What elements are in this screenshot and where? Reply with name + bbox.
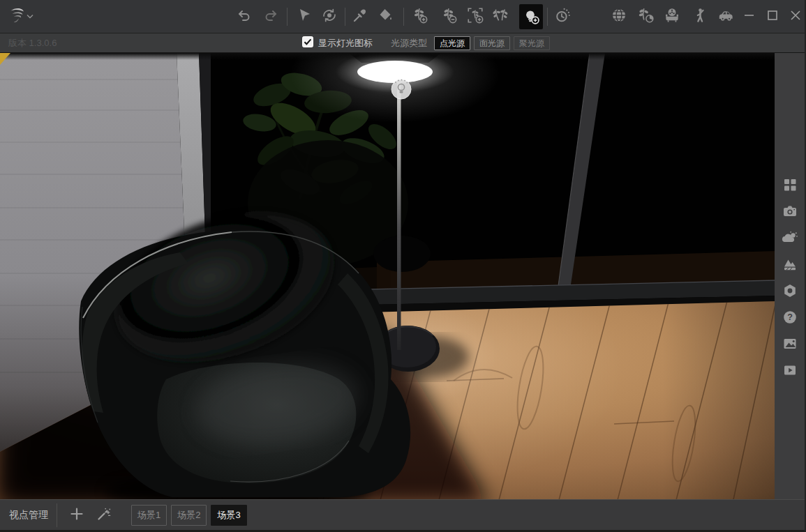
plant-add-tool-button[interactable]: [410, 6, 428, 27]
select-tool-button[interactable]: [296, 7, 313, 26]
toolbar-separator: [345, 8, 345, 26]
sun-time-tool-button[interactable]: [553, 6, 572, 27]
titlebar: [0, 0, 805, 33]
plant-brush-tool-button[interactable]: [491, 6, 509, 27]
light-add-tool-button-active[interactable]: [519, 4, 543, 29]
plant-remove-tool-button[interactable]: [440, 6, 458, 27]
terrain-button[interactable]: [782, 257, 798, 272]
globe-tool-button[interactable]: [610, 6, 628, 27]
light-type-area-button[interactable]: 面光源: [474, 36, 510, 50]
furniture-tool-button[interactable]: [663, 6, 681, 27]
paint-bucket-tool-button[interactable]: [377, 7, 394, 26]
version-label: 版本 1.3.0.6: [8, 37, 57, 50]
character-tool-button[interactable]: [691, 6, 708, 27]
weather-button[interactable]: [782, 230, 798, 245]
add-viewpoint-button[interactable]: [70, 507, 84, 524]
ceiling-shadow: [0, 53, 776, 60]
minimize-button[interactable]: [742, 8, 756, 25]
bottom-bar: 视点管理 场景1 场景2 场景3: [0, 499, 805, 532]
vehicle-tool-button[interactable]: [716, 6, 736, 27]
eyedropper-tool-button[interactable]: [352, 7, 368, 26]
options-bar: 版本 1.3.0.6 显示灯光图标 光源类型 点光源 面光源 聚光源: [0, 33, 805, 53]
viewpoint-management-label[interactable]: 视点管理: [9, 509, 48, 522]
scene-tabs: 场景1 场景2 场景3: [127, 505, 247, 526]
swirl-logo-icon[interactable]: [7, 6, 25, 28]
light-type-spot-button[interactable]: 聚光源: [514, 36, 550, 50]
close-button[interactable]: [789, 8, 803, 25]
toolbar-separator: [547, 8, 548, 26]
layout-grid-button[interactable]: [782, 177, 798, 192]
show-light-icons-checkbox[interactable]: [302, 36, 313, 50]
light-bulb-badge[interactable]: [391, 79, 411, 99]
app-window: 版本 1.3.0.6 显示灯光图标 光源类型 点光源 面光源 聚光源: [0, 0, 806, 532]
scene-tab-3[interactable]: 场景3: [211, 505, 246, 526]
video-button[interactable]: [782, 363, 798, 378]
maximize-button[interactable]: [766, 8, 779, 25]
light-type-label: 光源类型: [391, 37, 427, 50]
plant-area-add-tool-button[interactable]: [466, 6, 484, 27]
toolbar-separator: [287, 8, 288, 26]
orbit-tool-button[interactable]: [321, 7, 338, 26]
show-light-icons-label[interactable]: 显示灯光图标: [318, 37, 373, 50]
help-button[interactable]: ?: [782, 310, 798, 325]
settings-nut-button[interactable]: [782, 283, 798, 298]
viewport-3d[interactable]: ?: [0, 53, 805, 499]
camera-button[interactable]: [782, 204, 798, 219]
magic-wand-button[interactable]: [96, 506, 112, 524]
light-type-point-button[interactable]: 点光源: [434, 36, 470, 50]
redo-button[interactable]: [262, 7, 279, 26]
chevron-down-icon[interactable]: [27, 13, 33, 20]
screenshot-button[interactable]: [782, 336, 798, 351]
scene-tab-2[interactable]: 场景2: [171, 505, 207, 526]
bottombar-separator: [57, 503, 57, 527]
toolbar-separator: [403, 8, 404, 26]
right-sidebar: ?: [775, 53, 805, 499]
help-glyph: ?: [787, 312, 793, 322]
viewport-3d-scene[interactable]: [0, 53, 776, 499]
plant-analysis-tool-button[interactable]: [636, 6, 655, 27]
undo-button[interactable]: [236, 7, 253, 26]
scene-tab-1[interactable]: 场景1: [131, 505, 167, 526]
